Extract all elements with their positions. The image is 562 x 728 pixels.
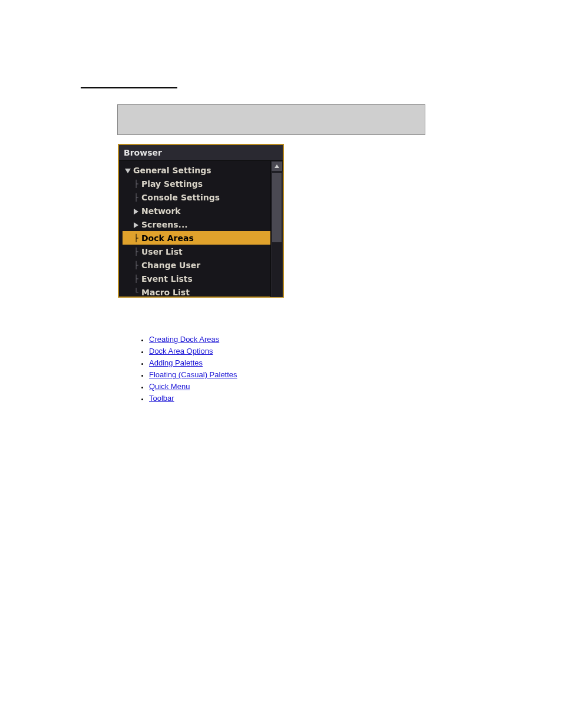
list-item: Quick Menu (149, 381, 237, 393)
tree-label: Network (140, 206, 181, 216)
link-dock-area-options[interactable]: Dock Area Options (149, 347, 213, 355)
tree-label: User List (140, 247, 183, 256)
list-item: Creating Dock Areas (149, 334, 237, 345)
tree-guide: ├ (132, 234, 140, 242)
tree-guide: ├ (132, 248, 140, 256)
svg-marker-3 (275, 164, 279, 168)
link-creating-dock-areas[interactable]: Creating Dock Areas (149, 335, 219, 344)
tree-label: Console Settings (140, 193, 220, 202)
tree-guide: ├ (132, 193, 140, 202)
tree-label: Play Settings (140, 179, 203, 189)
link-adding-palettes[interactable]: Adding Palettes (149, 358, 203, 367)
tree-item-user-list[interactable]: ├ User List (123, 245, 270, 258)
scrollbar[interactable] (270, 161, 283, 297)
panel-body: General Settings ├ Play Settings ├ Conso… (119, 161, 283, 297)
chevron-down-icon[interactable] (124, 166, 132, 175)
browser-panel: Browser General Settings ├ Play Settings (118, 144, 284, 298)
tree-label: General Settings (132, 166, 211, 175)
tree-item-change-user[interactable]: ├ Change User (123, 258, 270, 272)
scroll-track[interactable] (272, 172, 282, 297)
scroll-up-button[interactable] (271, 161, 283, 172)
tree-item-dock-areas[interactable]: ├ Dock Areas (123, 231, 270, 245)
link-floating-palettes[interactable]: Floating (Casual) Palettes (149, 370, 237, 379)
scroll-thumb[interactable] (272, 172, 282, 243)
tree-label: Macro List (140, 288, 190, 297)
tree-guide: ├ (132, 261, 140, 269)
tree-item-event-lists[interactable]: ├ Event Lists (123, 272, 270, 285)
list-item: Adding Palettes (149, 357, 237, 369)
svg-marker-2 (134, 222, 138, 228)
list-item: Dock Area Options (149, 345, 237, 357)
tree-item-network[interactable]: Network (123, 204, 270, 218)
tree-item-screens[interactable]: Screens... (123, 218, 270, 231)
gray-info-box (117, 104, 425, 135)
tree-guide: ├ (132, 180, 140, 188)
tree-item-macro-list[interactable]: └ Macro List (123, 285, 270, 297)
link-toolbar[interactable]: Toolbar (149, 394, 174, 403)
svg-marker-0 (125, 169, 131, 173)
link-list: Creating Dock Areas Dock Area Options Ad… (133, 334, 237, 404)
link-quick-menu[interactable]: Quick Menu (149, 382, 190, 391)
tree-guide: ├ (132, 275, 140, 283)
tree-label: Dock Areas (140, 233, 194, 243)
panel-title: Browser (119, 145, 283, 161)
list-item: Toolbar (149, 393, 237, 404)
tree-item-console-settings[interactable]: ├ Console Settings (123, 190, 270, 204)
tree: General Settings ├ Play Settings ├ Conso… (119, 161, 270, 297)
tree-item-play-settings[interactable]: ├ Play Settings (123, 177, 270, 190)
list-item: Floating (Casual) Palettes (149, 369, 237, 381)
svg-marker-1 (134, 209, 138, 215)
tree-guide: └ (132, 288, 140, 297)
tree-label: Screens... (140, 220, 188, 229)
tree-label: Event Lists (140, 274, 193, 284)
tree-label: Change User (140, 261, 200, 270)
tree-item-general-settings[interactable]: General Settings (123, 163, 270, 177)
chevron-right-icon[interactable] (132, 206, 140, 216)
divider-line (81, 87, 177, 88)
chevron-right-icon[interactable] (132, 220, 140, 229)
